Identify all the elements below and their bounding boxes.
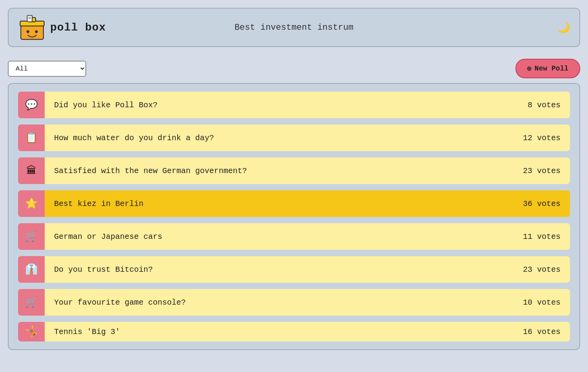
poll-votes: 23 votes <box>523 265 561 274</box>
poll-icon-box: 🛒 <box>18 223 45 250</box>
poll-content: How much water do you drink a day?12 vot… <box>45 125 570 151</box>
poll-votes: 8 votes <box>528 101 561 110</box>
poll-list: 💬Did you like Poll Box?8 votes📋How much … <box>18 92 570 341</box>
poll-item[interactable]: 💬Did you like Poll Box?8 votes <box>18 92 570 118</box>
poll-question: Did you like Poll Box? <box>54 101 158 110</box>
poll-icon-box: 💬 <box>18 92 45 118</box>
plus-circle-icon: ⊕ <box>527 64 532 73</box>
poll-question: Do you trust Bitcoin? <box>54 265 153 274</box>
poll-item[interactable]: 🛒Your favourite game console?10 votes <box>18 289 570 316</box>
poll-question: Best kiez in Berlin <box>54 199 143 208</box>
poll-icon-box: 🤸 <box>18 322 45 341</box>
poll-item[interactable]: 🛒German or Japanese cars11 votes <box>18 223 570 250</box>
filter-select[interactable]: All Active Closed <box>8 61 86 77</box>
poll-content: Do you trust Bitcoin?23 votes <box>45 256 570 283</box>
poll-content: Best kiez in Berlin36 votes <box>45 190 570 217</box>
poll-icon-box: 🛒 <box>18 289 45 316</box>
poll-content: Tennis 'Big 3'16 votes <box>45 322 570 341</box>
poll-question: Your favourite game console? <box>54 298 186 307</box>
poll-votes: 16 votes <box>523 327 561 336</box>
svg-point-8 <box>24 33 27 35</box>
poll-item[interactable]: 📋How much water do you drink a day?12 vo… <box>18 125 570 151</box>
poll-question: Tennis 'Big 3' <box>54 327 120 336</box>
moon-icon: 🌙 <box>557 22 570 33</box>
poll-content: Did you like Poll Box?8 votes <box>45 92 570 118</box>
poll-item[interactable]: 👔Do you trust Bitcoin?23 votes <box>18 256 570 283</box>
poll-icon-box: 🏛 <box>18 157 45 184</box>
poll-icon-box: 📋 <box>18 125 45 151</box>
poll-votes: 23 votes <box>523 166 561 175</box>
new-poll-button[interactable]: ⊕ New Poll <box>515 59 580 78</box>
poll-list-container: 💬Did you like Poll Box?8 votes📋How much … <box>8 83 580 350</box>
header: poll box 🌙 <box>8 8 580 47</box>
logo-icon <box>18 13 46 42</box>
logo-area: poll box <box>18 13 106 42</box>
new-poll-label: New Poll <box>535 65 568 72</box>
svg-point-7 <box>35 30 38 33</box>
poll-icon-box: 👔 <box>18 256 45 283</box>
poll-votes: 12 votes <box>523 134 561 143</box>
poll-votes: 10 votes <box>523 298 561 307</box>
poll-item[interactable]: ⭐Best kiez in Berlin36 votes <box>18 190 570 217</box>
dark-mode-button[interactable]: 🌙 <box>557 22 570 34</box>
logo-text: poll box <box>50 22 106 34</box>
search-input[interactable] <box>216 23 372 33</box>
svg-point-6 <box>27 30 29 33</box>
poll-item[interactable]: 🤸Tennis 'Big 3'16 votes <box>18 322 570 341</box>
toolbar: All Active Closed ⊕ New Poll <box>8 59 580 78</box>
poll-item[interactable]: 🏛Satisfied with the new German governmen… <box>18 157 570 184</box>
svg-point-9 <box>37 33 40 35</box>
poll-content: Your favourite game console?10 votes <box>45 289 570 316</box>
poll-content: German or Japanese cars11 votes <box>45 223 570 250</box>
poll-question: German or Japanese cars <box>54 232 162 241</box>
poll-votes: 11 votes <box>523 232 561 241</box>
poll-question: Satisfied with the new German government… <box>54 166 247 175</box>
poll-content: Satisfied with the new German government… <box>45 157 570 184</box>
poll-question: How much water do you drink a day? <box>54 134 214 143</box>
poll-votes: 36 votes <box>523 199 561 208</box>
poll-icon-box: ⭐ <box>18 190 45 217</box>
